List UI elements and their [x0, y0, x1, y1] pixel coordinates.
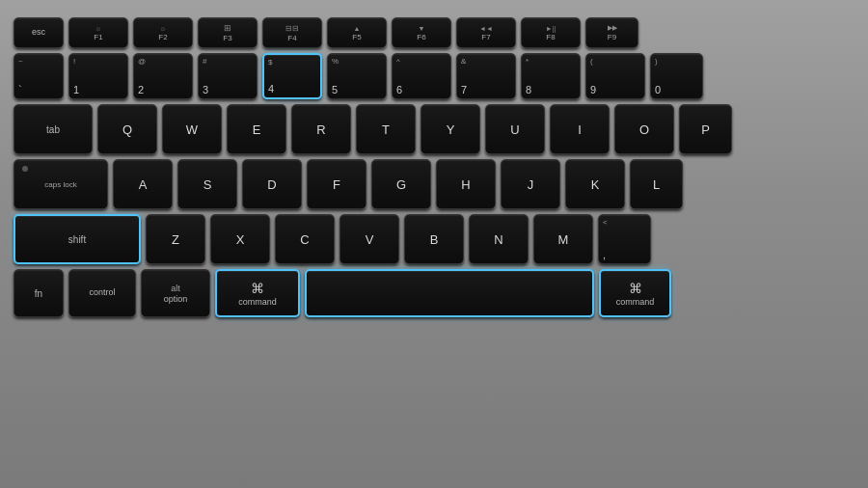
key-a[interactable]: A	[113, 159, 173, 209]
key-o[interactable]: O	[614, 104, 674, 154]
key-7[interactable]: & 7	[456, 53, 516, 99]
key-fn[interactable]: fn	[14, 269, 64, 317]
key-9[interactable]: ( 9	[585, 53, 645, 99]
key-5[interactable]: % 5	[327, 53, 387, 99]
fn-row: esc ☼ F1 ☼ F2 ⊞ F3 ⊟⊟ F4	[14, 17, 854, 48]
key-y[interactable]: Y	[420, 104, 480, 154]
key-k[interactable]: K	[565, 159, 625, 209]
key-f8[interactable]: ►|| F8	[521, 17, 581, 48]
key-f9[interactable]: ▶▶ F9	[585, 17, 638, 48]
qwerty-row: tab Q W E R T Y U I O P	[14, 104, 854, 154]
keyboard: esc ☼ F1 ☼ F2 ⊞ F3 ⊟⊟ F4	[0, 0, 868, 488]
key-comma[interactable]: < ,	[598, 214, 651, 264]
key-m[interactable]: M	[533, 214, 593, 264]
key-s[interactable]: S	[177, 159, 237, 209]
key-x[interactable]: X	[210, 214, 270, 264]
key-2[interactable]: @ 2	[133, 53, 193, 99]
key-u[interactable]: U	[485, 104, 545, 154]
key-c[interactable]: C	[275, 214, 335, 264]
key-d[interactable]: D	[242, 159, 302, 209]
key-spacebar[interactable]	[305, 269, 594, 317]
key-alt-option[interactable]: alt option	[141, 269, 210, 317]
number-row: ~ ` ! 1 @ 2 # 3 $ 4 % 5 ^ 6 & 7	[14, 53, 854, 99]
key-command-left[interactable]: ⌘ command	[215, 269, 300, 317]
key-i[interactable]: I	[550, 104, 610, 154]
key-w[interactable]: W	[162, 104, 222, 154]
key-tilde[interactable]: ~ `	[14, 53, 64, 99]
key-f[interactable]: F	[307, 159, 366, 209]
key-f3[interactable]: ⊞ F3	[198, 17, 258, 48]
key-f6[interactable]: ▼ F6	[392, 17, 451, 48]
caps-lock-indicator	[22, 166, 28, 172]
key-f4[interactable]: ⊟⊟ F4	[262, 17, 322, 48]
key-6[interactable]: ^ 6	[392, 53, 451, 99]
key-8[interactable]: * 8	[521, 53, 581, 99]
key-caps-lock[interactable]: caps lock	[14, 159, 108, 209]
key-e[interactable]: E	[227, 104, 286, 154]
key-3[interactable]: # 3	[198, 53, 258, 99]
key-v[interactable]: V	[339, 214, 399, 264]
key-t[interactable]: T	[356, 104, 416, 154]
key-esc[interactable]: esc	[14, 17, 64, 48]
key-f1[interactable]: ☼ F1	[68, 17, 128, 48]
key-n[interactable]: N	[469, 214, 529, 264]
key-control[interactable]: control	[68, 269, 136, 317]
bottom-row: fn control alt option ⌘ command ⌘ comman…	[14, 269, 854, 317]
key-b[interactable]: B	[404, 214, 464, 264]
key-shift-left[interactable]: shift	[14, 214, 141, 264]
key-h[interactable]: H	[436, 159, 496, 209]
zxcv-row: shift Z X C V B N M < ,	[14, 214, 854, 264]
key-j[interactable]: J	[501, 159, 560, 209]
asdf-row: caps lock A S D F G H J K L	[14, 159, 854, 209]
key-f7[interactable]: ◄◄ F7	[456, 17, 516, 48]
key-l[interactable]: L	[630, 159, 683, 209]
key-tab[interactable]: tab	[14, 104, 93, 154]
key-z[interactable]: Z	[146, 214, 205, 264]
key-g[interactable]: G	[371, 159, 431, 209]
key-r[interactable]: R	[291, 104, 351, 154]
key-p[interactable]: P	[679, 104, 732, 154]
key-f2[interactable]: ☼ F2	[133, 17, 193, 48]
key-0[interactable]: ) 0	[650, 53, 703, 99]
key-q[interactable]: Q	[97, 104, 157, 154]
key-f5[interactable]: ▲ F5	[327, 17, 387, 48]
key-1[interactable]: ! 1	[68, 53, 128, 99]
key-command-right[interactable]: ⌘ command	[599, 269, 671, 317]
key-4[interactable]: $ 4	[262, 53, 322, 99]
